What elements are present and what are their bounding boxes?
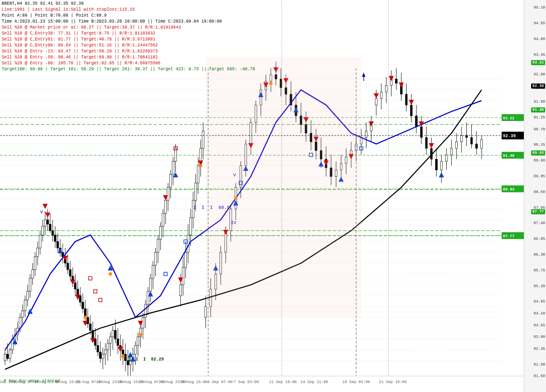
price-label-8740: 87.40 (534, 221, 545, 225)
time-label-4-Sep-07:00: 4 Sep 07:00 (207, 380, 232, 384)
price-chart (0, 0, 524, 392)
price-label-8850: 88.50 (534, 190, 545, 194)
price-label-9322: 93.22 (531, 60, 545, 65)
price-label-9180: 91.80 (534, 100, 545, 104)
price-label-8960: 89.60 (534, 159, 545, 163)
price-label-8630: 86.30 (534, 253, 545, 257)
price-label-8465: 84.65 (534, 300, 545, 304)
price-label-9455: 94.55 (534, 21, 545, 26)
time-label-19-Sep-03:00: 19 Sep 03:00 (343, 380, 370, 384)
price-label-8410: 84.10 (534, 311, 545, 316)
vline-sep19 (388, 0, 389, 376)
price-label-9510: 95.10 (534, 6, 545, 10)
price-label-8993: 89.93 (531, 150, 545, 156)
price-label-8575: 85.75 (534, 268, 545, 273)
price-label-9290: 92.90 (534, 72, 545, 77)
price-label-9070: 90.70 (534, 127, 545, 132)
price-scale: 95.1094.5594.0093.4593.2292.9092.3992.35… (524, 0, 546, 392)
time-label-11-Sep-19:00: 11 Sep 19:00 (269, 380, 297, 384)
price-label-8245: 82.45 (534, 347, 545, 351)
price-label-8300: 83.00 (534, 335, 545, 339)
price-label-9125: 91.25 (534, 115, 545, 120)
time-axis: 27 Jul 20231 Aug 07:003 Aug 23:008 Aug 1… (0, 376, 524, 384)
price-label-8777: 87.77 (531, 209, 545, 214)
price-label-9148: 91.48 (531, 107, 545, 112)
price-label-9400: 94.00 (534, 37, 545, 41)
vline-sep4 (282, 0, 282, 376)
time-label-7-Sep-03:00: 7 Sep 03:00 (233, 380, 258, 384)
price-label-9345: 93.45 (534, 53, 545, 57)
chart-container: MARKETZ SITE BRENT,H4 92.35 92.41 92.35 … (0, 0, 546, 392)
price-label-9015: 90.15 (534, 143, 545, 147)
price-label-8190: 81.90 (534, 363, 545, 367)
price-label-9235: 92.35 (534, 86, 545, 90)
time-label-21-Sep-19:00: 21 Sep 19:00 (379, 380, 407, 384)
price-label-8150: 81.50 (534, 374, 545, 378)
time-label-30-Aug-15:00: 30 Aug 15:00 (180, 380, 208, 384)
price-label-8685: 86.85 (534, 237, 545, 241)
price-label-8905: 89.05 (534, 174, 545, 179)
price-label-8520: 85.20 (534, 284, 545, 288)
price-label-8355: 83.55 (534, 323, 545, 328)
time-label-14-Sep-11:00: 14 Sep 11:00 (300, 380, 328, 384)
